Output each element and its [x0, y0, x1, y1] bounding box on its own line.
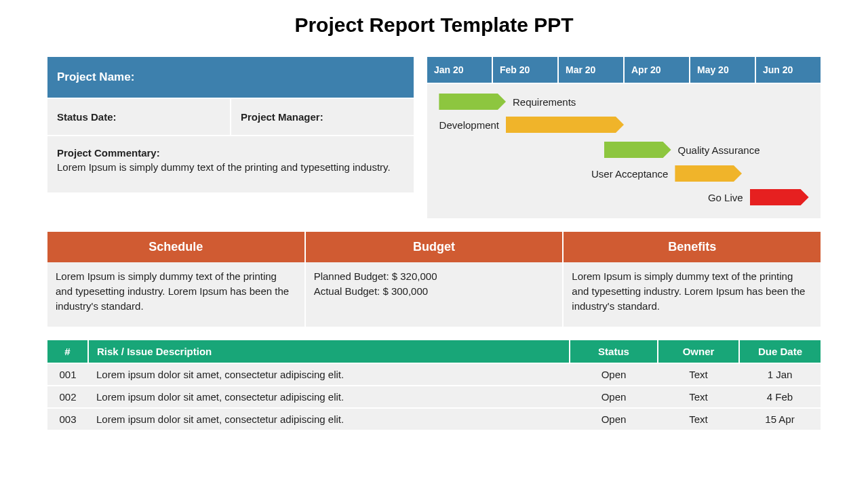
timeline-month: Mar 20: [559, 57, 625, 83]
timeline-bar: Quality Assurance: [604, 142, 671, 158]
risk-header: Status: [570, 340, 658, 363]
table-cell: Open: [570, 386, 658, 408]
arrow-icon: [604, 142, 671, 158]
timeline-month: Feb 20: [493, 57, 559, 83]
table-cell: 1 Jan: [739, 363, 821, 386]
table-cell: 001: [47, 363, 88, 386]
table-cell: Text: [658, 386, 739, 408]
project-info-panel: Project Name: Status Date: Project Manag…: [47, 57, 414, 218]
arrow-icon: [439, 94, 506, 110]
risk-header: #: [47, 340, 88, 363]
timeline-bar-label: Go Live: [708, 192, 743, 203]
table-cell: 003: [47, 408, 88, 430]
commentary-text: Lorem Ipsum is simply dummy text of the …: [57, 160, 404, 175]
table-cell: Lorem ipsum dolor sit amet, consectetur …: [88, 408, 570, 430]
summary-header: Schedule: [47, 232, 306, 262]
summary-cell: Lorem Ipsum is simply dummy text of the …: [47, 262, 306, 327]
table-cell: 002: [47, 386, 88, 408]
summary-cell: Planned Budget: $ 320,000 Actual Budget:…: [306, 262, 564, 327]
timeline-bar-label: Quality Assurance: [678, 144, 760, 156]
table-cell: 15 Apr: [739, 408, 821, 430]
table-row: 003Lorem ipsum dolor sit amet, consectet…: [47, 408, 821, 430]
arrow-icon: [506, 117, 624, 133]
page-title: Project Report Template PPT: [47, 14, 821, 37]
timeline-bar-label: Requirements: [513, 96, 576, 108]
timeline-bar-label: Development: [439, 119, 499, 131]
table-cell: Open: [570, 363, 658, 386]
table-row: 001Lorem ipsum dolor sit amet, consectet…: [47, 363, 821, 386]
table-cell: Text: [658, 363, 739, 386]
timeline-bar: Development: [506, 117, 624, 133]
table-cell: Lorem ipsum dolor sit amet, consectetur …: [88, 363, 570, 386]
risk-table: #Risk / Issue DescriptionStatusOwnerDue …: [47, 340, 821, 430]
timeline-bar: Requirements: [439, 94, 506, 110]
risk-header: Due Date: [739, 340, 821, 363]
timeline-month: Jun 20: [756, 57, 821, 83]
timeline-panel: Jan 20Feb 20Mar 20Apr 20May 20Jun 20 Req…: [427, 57, 821, 218]
commentary-label: Project Commentary:: [57, 147, 404, 159]
table-cell: 4 Feb: [739, 386, 821, 408]
timeline-month: May 20: [690, 57, 756, 83]
risk-header: Owner: [658, 340, 739, 363]
summary-block: ScheduleBudgetBenefits Lorem Ipsum is si…: [47, 232, 821, 327]
summary-cell: Lorem Ipsum is simply dummy text of the …: [564, 262, 821, 327]
timeline-bar: User Acceptance: [675, 165, 742, 182]
table-cell: Open: [570, 408, 658, 430]
summary-header: Budget: [306, 232, 564, 262]
table-row: 002Lorem ipsum dolor sit amet, consectet…: [47, 386, 821, 408]
table-cell: Lorem ipsum dolor sit amet, consectetur …: [88, 386, 570, 408]
timeline-month: Apr 20: [625, 57, 690, 83]
arrow-icon: [750, 189, 809, 205]
project-name-label: Project Name:: [47, 57, 414, 98]
arrow-icon: [675, 165, 742, 182]
table-cell: Text: [658, 408, 739, 430]
risk-header: Risk / Issue Description: [88, 340, 570, 363]
status-date-label: Status Date:: [47, 99, 231, 135]
timeline-bar-label: User Acceptance: [591, 168, 668, 180]
summary-header: Benefits: [564, 232, 821, 262]
timeline-bar: Go Live: [750, 189, 809, 205]
timeline-month: Jan 20: [427, 57, 493, 83]
project-manager-label: Project Manager:: [231, 99, 414, 135]
